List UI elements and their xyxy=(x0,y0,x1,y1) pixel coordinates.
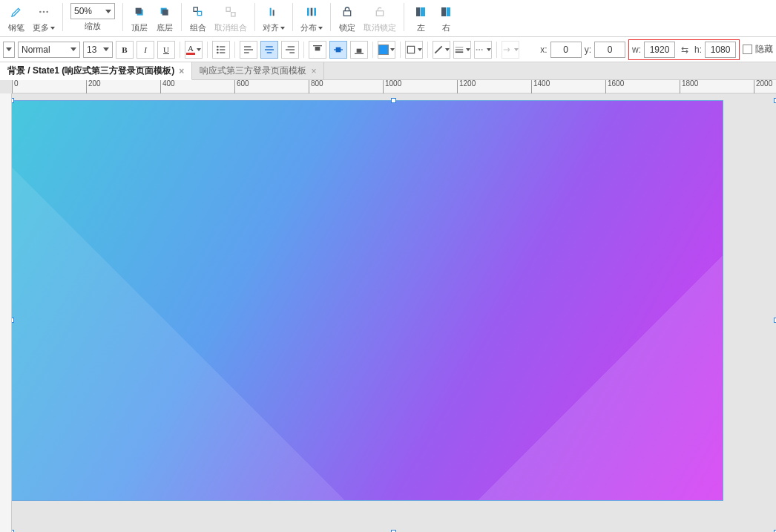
font-weight-dropdown[interactable]: Normal xyxy=(18,42,80,58)
bring-front-icon[interactable] xyxy=(131,3,148,21)
separator xyxy=(254,3,255,31)
svg-point-24 xyxy=(217,48,219,50)
svg-point-1 xyxy=(43,11,45,13)
dock-right-icon[interactable] xyxy=(437,3,455,21)
border-color-button[interactable] xyxy=(405,41,423,59)
separator xyxy=(372,42,373,58)
ruler-tick: 600 xyxy=(234,80,249,93)
dock-left-group: 左 xyxy=(409,3,433,33)
bullet-list-button[interactable] xyxy=(212,41,230,59)
valign-top-button[interactable] xyxy=(309,41,326,59)
group-icon[interactable] xyxy=(189,3,207,21)
lock-icon[interactable] xyxy=(338,3,356,21)
aspect-lock-icon[interactable]: ⇆ xyxy=(678,43,691,56)
ruler-vertical[interactable] xyxy=(0,93,12,532)
more-icon[interactable] xyxy=(35,3,53,21)
chevron-down-icon xyxy=(50,27,55,30)
chevron-down-icon xyxy=(105,10,111,13)
pen-icon[interactable] xyxy=(7,3,25,21)
selected-background-shape[interactable] xyxy=(12,101,723,500)
bold-button[interactable]: B xyxy=(116,41,134,59)
valign-middle-button[interactable] xyxy=(329,41,347,59)
svg-rect-7 xyxy=(194,7,197,11)
separator xyxy=(303,42,304,58)
close-icon[interactable]: × xyxy=(179,66,184,76)
svg-rect-14 xyxy=(311,8,313,16)
align-label[interactable]: 对齐 xyxy=(263,22,285,33)
distribute-label[interactable]: 分布 xyxy=(300,22,323,33)
hidden-checkbox[interactable] xyxy=(743,45,752,54)
italic-button[interactable]: I xyxy=(137,41,154,59)
svg-rect-46 xyxy=(456,51,464,53)
line-color-button[interactable] xyxy=(433,41,450,59)
svg-rect-19 xyxy=(421,7,425,16)
resize-handle-top-middle[interactable] xyxy=(391,98,396,103)
unlock-icon[interactable] xyxy=(371,3,389,21)
svg-rect-27 xyxy=(220,52,225,53)
svg-rect-37 xyxy=(313,45,322,46)
svg-rect-4 xyxy=(136,8,142,14)
distribute-icon[interactable] xyxy=(303,3,320,21)
more-label[interactable]: 更多 xyxy=(33,22,55,33)
separator xyxy=(496,42,497,58)
svg-rect-41 xyxy=(357,48,362,52)
send-back-icon[interactable] xyxy=(156,3,174,21)
ungroup-icon[interactable] xyxy=(222,3,240,21)
canvas-viewport[interactable] xyxy=(12,93,776,532)
w-input[interactable]: 1920 xyxy=(644,42,675,58)
underline-button[interactable]: U xyxy=(157,41,175,59)
svg-rect-9 xyxy=(226,7,230,11)
separator xyxy=(427,42,428,58)
tab-second[interactable]: 响应式第三方登录页面模板 × xyxy=(192,62,324,79)
fill-color-button[interactable] xyxy=(378,41,395,59)
chevron-down-icon xyxy=(466,48,470,51)
bring-front-group: 顶层 xyxy=(128,3,151,33)
resize-handle-top-left[interactable] xyxy=(12,98,14,103)
ruler-tick: 800 xyxy=(309,80,323,93)
separator xyxy=(180,42,180,58)
line-weight-button[interactable] xyxy=(453,41,471,59)
tab-active[interactable]: 背景 / State1 (响应式第三方登录页面模板) × xyxy=(0,62,192,80)
dock-left-label: 左 xyxy=(417,22,425,33)
align-center-button[interactable] xyxy=(260,41,278,59)
svg-point-2 xyxy=(46,11,48,13)
separator xyxy=(400,42,401,58)
ribbon-toolbar: 钢笔 更多 50% 缩放 顶层 底层 组合 xyxy=(0,0,776,37)
svg-rect-30 xyxy=(244,52,249,53)
chevron-down-icon xyxy=(318,27,323,30)
svg-rect-31 xyxy=(266,46,272,47)
group-label: 组合 xyxy=(190,22,206,33)
align-left-button[interactable] xyxy=(240,41,257,59)
align-group: 对齐 xyxy=(260,3,288,33)
svg-rect-23 xyxy=(220,46,225,47)
document-tabstrip: 背景 / State1 (响应式第三方登录页面模板) × 响应式第三方登录页面模… xyxy=(0,62,776,80)
lock-label: 锁定 xyxy=(339,22,355,33)
chevron-down-icon xyxy=(487,48,491,51)
unlock-group: 取消锁定 xyxy=(361,3,399,33)
svg-rect-45 xyxy=(456,49,464,50)
align-right-button[interactable] xyxy=(281,41,299,59)
svg-rect-11 xyxy=(270,8,272,16)
ruler-horizontal[interactable]: 0200400600800100012001400160018002000 xyxy=(12,80,776,93)
tab-second-label: 响应式第三方登录页面模板 xyxy=(200,65,306,77)
close-icon[interactable]: × xyxy=(311,66,316,76)
zoom-select[interactable]: 50% xyxy=(70,3,115,19)
bring-front-label: 顶层 xyxy=(131,22,148,33)
tab-active-label: 背景 / State1 (响应式第三方登录页面模板) xyxy=(7,65,174,77)
resize-handle-middle-left[interactable] xyxy=(12,318,14,323)
dock-left-icon[interactable] xyxy=(412,3,430,21)
line-style-button[interactable] xyxy=(474,41,492,59)
separator xyxy=(62,3,63,31)
separator xyxy=(330,3,331,31)
y-input[interactable]: 0 xyxy=(594,42,625,58)
align-icon[interactable] xyxy=(265,3,283,21)
x-input[interactable]: 0 xyxy=(550,42,582,58)
ruler-tick: 1200 xyxy=(457,80,476,93)
text-color-button[interactable]: A xyxy=(185,41,203,59)
style-dropdown[interactable] xyxy=(3,42,15,58)
arrow-style-button[interactable] xyxy=(502,41,519,59)
h-input[interactable]: 1080 xyxy=(705,42,736,58)
font-size-dropdown[interactable]: 13 xyxy=(83,42,113,58)
distribute-group: 分布 xyxy=(297,3,326,33)
valign-bottom-button[interactable] xyxy=(350,41,368,59)
